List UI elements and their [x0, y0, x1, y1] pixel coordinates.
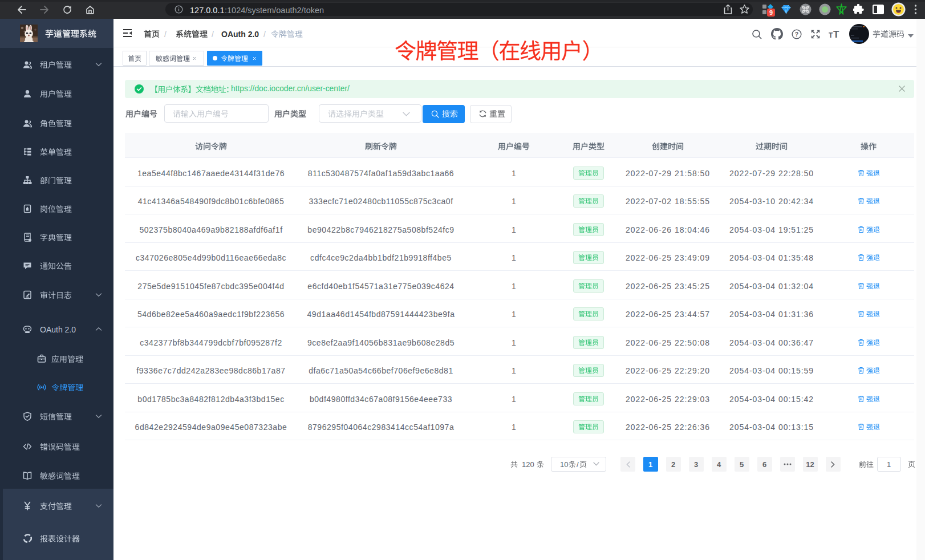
svg-text:T: T — [829, 31, 833, 39]
svg-text:?: ? — [795, 31, 798, 38]
svg-text:9: 9 — [769, 9, 773, 16]
svg-text:T: T — [833, 29, 839, 39]
